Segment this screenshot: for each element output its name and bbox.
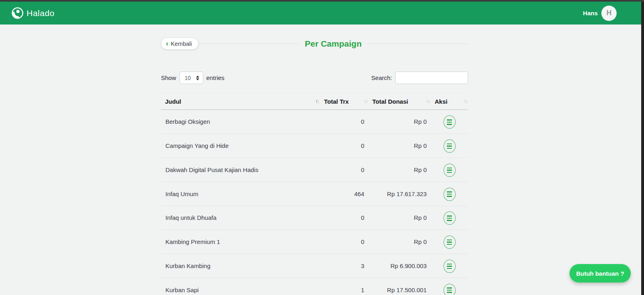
column-header-total-donasi[interactable]: Total Donasi↑↓ — [368, 94, 431, 110]
column-label: Total Donasi — [372, 98, 408, 105]
cell-judul: Kambing Premium 1 — [161, 230, 320, 254]
table-controls: Show 10 entries Search: — [161, 72, 468, 84]
cell-total-trx: 0 — [320, 110, 368, 134]
brand-logo[interactable]: Halado — [11, 7, 55, 19]
main-content: ‹ Kembali Per Campaign Show 10 entries S… — [161, 38, 468, 295]
sort-arrows-icon: ↑↓ — [316, 98, 319, 104]
cell-aksi — [431, 182, 468, 206]
cell-judul: Infaq Umum — [161, 182, 320, 206]
cell-total-trx: 3 — [320, 254, 368, 278]
back-button[interactable]: ‹ Kembali — [161, 38, 198, 49]
page-title: Per Campaign — [299, 39, 367, 49]
cell-total-donasi: Rp 0 — [368, 230, 431, 254]
cell-judul: Berbagi Oksigen — [161, 110, 320, 134]
avatar[interactable]: H — [601, 6, 617, 21]
column-label: Total Trx — [324, 98, 349, 105]
window-top-frame — [0, 0, 644, 2]
entries-label: entries — [206, 74, 225, 81]
cell-total-donasi: Rp 17.617.323 — [368, 182, 431, 206]
column-label: Aksi — [435, 98, 448, 105]
cell-aksi — [431, 158, 468, 182]
row-actions-button[interactable] — [444, 236, 456, 249]
show-label: Show — [161, 74, 176, 81]
column-header-judul[interactable]: Judul↑↓ — [161, 94, 320, 110]
halado-logo-icon — [11, 7, 24, 19]
sort-arrows-icon: ↑↓ — [464, 98, 467, 104]
back-button-label: Kembali — [171, 41, 192, 47]
cell-total-donasi: Rp 0 — [368, 110, 431, 134]
row-actions-button[interactable] — [444, 164, 456, 177]
search-control: Search: — [371, 72, 468, 84]
page-size-select[interactable]: 10 — [180, 72, 203, 84]
cell-aksi — [431, 254, 468, 278]
table-row: Campaign Yang di Hide0Rp 0 — [161, 134, 468, 158]
cell-total-donasi: Rp 0 — [368, 206, 431, 230]
sort-arrows-icon: ↑↓ — [426, 98, 430, 104]
select-spinner-icon — [196, 76, 199, 80]
sort-arrows-icon: ↑↓ — [364, 98, 367, 104]
cell-aksi — [431, 110, 468, 134]
cell-total-trx: 0 — [320, 134, 368, 158]
cell-total-trx: 0 — [320, 206, 368, 230]
help-button[interactable]: Butuh bantuan ? — [570, 264, 631, 283]
cell-total-donasi: Rp 17.500.001 — [368, 278, 431, 295]
table-head: Judul↑↓Total Trx↑↓Total Donasi↑↓Aksi↑↓ — [161, 94, 468, 110]
row-actions-button[interactable] — [444, 260, 456, 273]
table-row: Kurban Sapi1Rp 17.500.001 — [161, 278, 468, 295]
cell-judul: Infaq untuk Dhuafa — [161, 206, 320, 230]
divider-line-right — [367, 43, 468, 44]
table-row: Kambing Premium 10Rp 0 — [161, 230, 468, 254]
table-row: Berbagi Oksigen0Rp 0 — [161, 110, 468, 134]
divider-line-left — [198, 43, 299, 44]
page-header: ‹ Kembali Per Campaign — [161, 38, 468, 49]
cell-total-trx: 464 — [320, 182, 368, 206]
top-navbar: Halado Hans H — [0, 2, 644, 25]
cell-aksi — [431, 278, 468, 295]
column-label: Judul — [165, 98, 181, 105]
search-label: Search: — [371, 74, 392, 81]
cell-judul: Campaign Yang di Hide — [161, 134, 320, 158]
cell-aksi — [431, 230, 468, 254]
column-header-aksi[interactable]: Aksi↑↓ — [431, 94, 468, 110]
cell-judul: Kurban Sapi — [161, 278, 320, 295]
search-input[interactable] — [395, 72, 468, 84]
cell-total-donasi: Rp 0 — [368, 158, 431, 182]
cell-total-trx: 0 — [320, 230, 368, 254]
column-header-total-trx[interactable]: Total Trx↑↓ — [320, 94, 368, 110]
cell-aksi — [431, 134, 468, 158]
table-header-row: Judul↑↓Total Trx↑↓Total Donasi↑↓Aksi↑↓ — [161, 94, 468, 110]
table-body: Berbagi Oksigen0Rp 0Campaign Yang di Hid… — [161, 110, 468, 295]
page-size-value: 10 — [185, 75, 191, 81]
cell-judul: Kurban Kambing — [161, 254, 320, 278]
scrollbar[interactable] — [641, 0, 644, 295]
table-row: Infaq Umum464Rp 17.617.323 — [161, 182, 468, 206]
row-actions-button[interactable] — [444, 139, 456, 153]
brand-name: Halado — [27, 8, 55, 18]
cell-total-trx: 1 — [320, 278, 368, 295]
table-row: Kurban Kambing3Rp 6.900.003 — [161, 254, 468, 278]
cell-total-donasi: Rp 6.900.003 — [368, 254, 431, 278]
user-menu[interactable]: Hans H — [583, 6, 617, 21]
table-row: Infaq untuk Dhuafa0Rp 0 — [161, 206, 468, 230]
row-actions-button[interactable] — [444, 188, 456, 201]
user-name: Hans — [583, 10, 598, 16]
row-actions-button[interactable] — [444, 211, 456, 225]
row-actions-button[interactable] — [444, 115, 456, 129]
table-row: Dakwah Digital Pusat Kajian Hadis0Rp 0 — [161, 158, 468, 182]
cell-judul: Dakwah Digital Pusat Kajian Hadis — [161, 158, 320, 182]
cell-total-trx: 0 — [320, 158, 368, 182]
cell-total-donasi: Rp 0 — [368, 134, 431, 158]
row-actions-button[interactable] — [444, 284, 456, 295]
campaign-table: Judul↑↓Total Trx↑↓Total Donasi↑↓Aksi↑↓ B… — [161, 93, 468, 295]
cell-aksi — [431, 206, 468, 230]
chevron-left-icon: ‹ — [166, 39, 168, 47]
page-length-control: Show 10 entries — [161, 72, 225, 84]
